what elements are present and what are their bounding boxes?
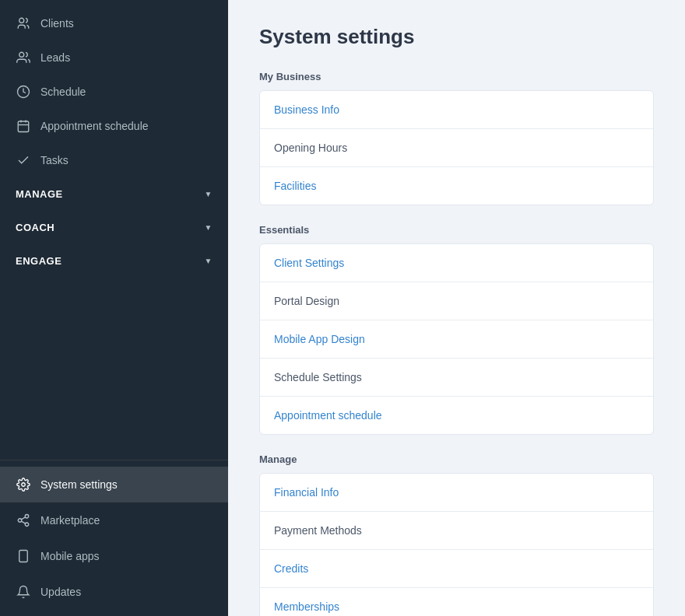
leads-icon [16,50,31,65]
svg-rect-13 [19,551,28,562]
settings-item-portal-design-label: Portal Design [274,295,339,307]
settings-card-my-business: Business Info Opening Hours Facilities [259,90,654,205]
sidebar-item-marketplace-label: Marketplace [40,514,100,527]
sidebar-item-leads[interactable]: Leads [0,40,228,75]
section-label-my-business: My Business [259,71,654,82]
sidebar-item-mobile-apps-label: Mobile apps [40,550,100,562]
settings-item-opening-hours[interactable]: Opening Hours [260,129,653,167]
section-essentials: Essentials Client Settings Portal Design… [259,224,654,435]
svg-line-11 [21,521,25,523]
settings-item-opening-hours-label: Opening Hours [274,142,347,154]
settings-item-appointment-schedule-label: Appointment schedule [274,409,382,422]
mobile-icon [16,548,31,564]
main-content: System settings My Business Business Inf… [228,0,685,616]
sidebar-item-clients-label: Clients [40,17,74,30]
sidebar-item-leads-label: Leads [40,51,70,64]
schedule-icon [16,84,31,100]
clients-icon [16,16,31,31]
settings-card-manage: Financial Info Payment Methods Credits M… [259,473,654,616]
section-manage: Manage Financial Info Payment Methods Cr… [259,453,654,616]
sidebar-section-engage[interactable]: ENGAGE ▼ [0,244,228,278]
tasks-icon [16,152,31,168]
sidebar-section-engage-label: ENGAGE [16,255,61,267]
svg-point-8 [25,515,29,519]
sidebar-item-clients[interactable]: Clients [0,6,228,40]
svg-point-9 [18,519,22,523]
settings-item-credits-label: Credits [274,562,308,575]
sidebar-item-system-settings[interactable]: System settings [0,467,228,502]
sidebar-item-tasks[interactable]: Tasks [0,143,228,177]
gear-icon [16,477,31,492]
settings-item-facilities-label: Facilities [274,180,316,192]
sidebar-item-system-settings-label: System settings [40,478,118,491]
settings-item-payment-methods[interactable]: Payment Methods [260,512,653,550]
section-label-manage: Manage [259,453,654,465]
sidebar-section-coach-label: COACH [16,222,54,233]
section-label-essentials: Essentials [259,224,654,236]
sidebar-item-updates[interactable]: Updates [0,574,228,610]
settings-item-financial-info-label: Financial Info [274,486,339,499]
settings-item-portal-design[interactable]: Portal Design [260,282,653,320]
chevron-down-icon: ▼ [205,190,213,198]
section-my-business: My Business Business Info Opening Hours … [259,71,654,205]
settings-item-mobile-app-design[interactable]: Mobile App Design [260,320,653,359]
sidebar-item-appointment-label: Appointment schedule [40,120,149,132]
settings-item-mobile-app-design-label: Mobile App Design [274,333,365,345]
bell-icon [16,584,31,600]
settings-item-appointment-schedule[interactable]: Appointment schedule [260,397,653,434]
sidebar-bottom: System settings Marketplace Mobile apps [0,460,228,616]
sidebar-item-tasks-label: Tasks [40,154,68,166]
sidebar-nav: Clients Leads Schedule [0,0,228,460]
settings-item-credits[interactable]: Credits [260,550,653,588]
settings-item-facilities[interactable]: Facilities [260,167,653,205]
settings-item-business-info-label: Business Info [274,103,339,116]
sidebar-item-schedule[interactable]: Schedule [0,75,228,109]
sidebar-item-mobile-apps[interactable]: Mobile apps [0,538,228,574]
settings-item-memberships-label: Memberships [274,600,339,613]
sidebar-item-marketplace[interactable]: Marketplace [0,502,228,538]
settings-item-client-settings-label: Client Settings [274,257,344,269]
sidebar-item-schedule-label: Schedule [40,86,86,98]
chevron-down-icon: ▼ [205,223,213,232]
share-icon [16,513,31,528]
settings-item-financial-info[interactable]: Financial Info [260,474,653,512]
sidebar-section-manage[interactable]: MANAGE ▼ [0,177,228,211]
settings-item-schedule-settings[interactable]: Schedule Settings [260,359,653,397]
settings-item-payment-methods-label: Payment Methods [274,524,362,537]
sidebar: Clients Leads Schedule [0,0,228,616]
svg-rect-3 [18,121,29,132]
settings-card-essentials: Client Settings Portal Design Mobile App… [259,243,654,435]
svg-line-12 [21,517,25,520]
page-title: System settings [259,25,654,49]
chevron-down-icon: ▼ [205,257,213,265]
sidebar-section-manage-label: MANAGE [16,188,63,200]
svg-point-7 [22,483,26,487]
svg-point-0 [19,18,24,23]
sidebar-section-coach[interactable]: COACH ▼ [0,211,228,244]
settings-item-client-settings[interactable]: Client Settings [260,244,653,282]
svg-point-1 [19,52,24,57]
sidebar-item-updates-label: Updates [40,586,81,598]
settings-item-business-info[interactable]: Business Info [260,91,653,129]
svg-point-10 [25,523,29,527]
sidebar-item-appointment-schedule[interactable]: Appointment schedule [0,109,228,143]
settings-item-memberships[interactable]: Memberships [260,588,653,616]
settings-item-schedule-settings-label: Schedule Settings [274,371,362,383]
appointment-icon [16,118,31,134]
